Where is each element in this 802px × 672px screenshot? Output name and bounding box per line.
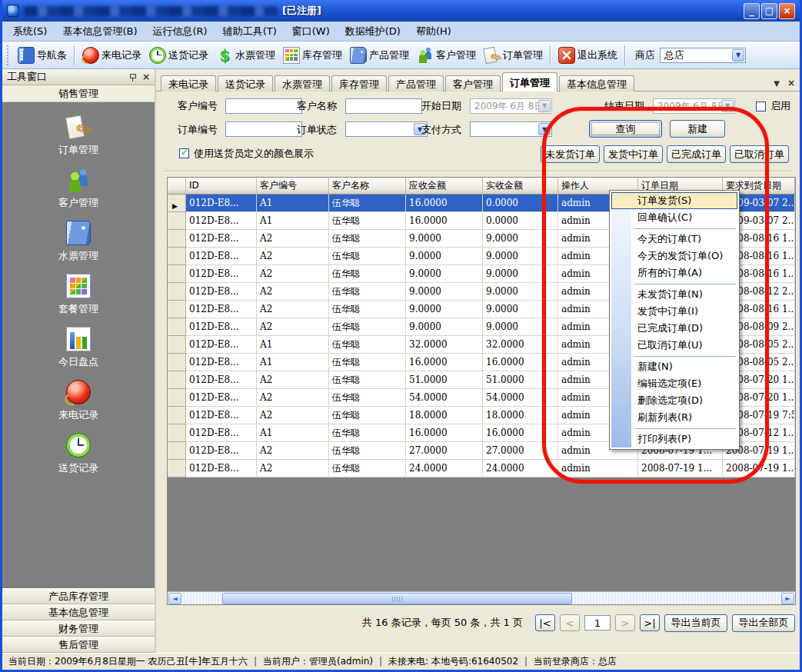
first-page-button[interactable]: |<: [535, 614, 555, 631]
row-selector-cell[interactable]: [168, 195, 186, 212]
sidebar-nav-item[interactable]: 来电记录: [58, 380, 98, 422]
row-selector-cell[interactable]: [168, 354, 186, 371]
document-tab[interactable]: 送货记录: [218, 75, 273, 91]
tab-list-dropdown-icon[interactable]: ▼: [774, 79, 780, 88]
row-selector-cell[interactable]: [168, 230, 186, 248]
row-selector-cell[interactable]: [168, 460, 186, 477]
context-menu-item[interactable]: 未发货订单(N): [611, 286, 737, 303]
delivery-color-checkbox[interactable]: [179, 148, 189, 158]
row-selector-cell[interactable]: [168, 371, 186, 389]
order-status-filter-button[interactable]: 已完成订单: [667, 145, 726, 163]
sidebar-active-section-header[interactable]: 销售管理: [2, 85, 155, 102]
toolbar-button[interactable]: 来电记录: [78, 45, 145, 65]
close-tab-icon[interactable]: ×: [787, 78, 795, 88]
sidebar-nav-item[interactable]: 客户管理: [58, 168, 98, 210]
pin-icon[interactable]: [129, 73, 136, 82]
scrollbar-track[interactable]: [182, 593, 780, 604]
order-status-filter-button[interactable]: 未发货订单: [541, 145, 600, 163]
context-menu-item[interactable]: 删除选定项(D): [611, 392, 737, 409]
document-tab[interactable]: 水票管理: [275, 75, 330, 91]
sidebar-section-header[interactable]: 基本信息管理: [2, 604, 155, 620]
new-button[interactable]: 新建: [670, 120, 725, 138]
scroll-left-icon[interactable]: ◄: [168, 593, 181, 604]
menu-bar-item[interactable]: 运行信息(R): [145, 22, 215, 41]
order-status-combobox[interactable]: ▼: [345, 121, 428, 137]
export-all-pages-button[interactable]: 导出全部页: [732, 614, 795, 632]
row-selector-cell[interactable]: [168, 318, 186, 336]
sidebar-nav-item[interactable]: 今日盘点: [58, 327, 98, 369]
sidebar-section-header[interactable]: 产品库存管理: [2, 588, 155, 604]
document-tab[interactable]: 库存管理: [331, 75, 387, 91]
horizontal-scrollbar[interactable]: ◄ ►: [168, 591, 795, 604]
context-menu-item[interactable]: 回单确认(C): [611, 209, 737, 226]
shop-combobox[interactable]: 总店 ▼: [660, 48, 746, 63]
table-column-header[interactable]: 客户名称: [329, 178, 406, 195]
scrollbar-thumb[interactable]: [222, 593, 572, 604]
chevron-down-icon[interactable]: ▼: [732, 49, 744, 62]
toolbar-button[interactable]: 客户管理: [413, 45, 480, 65]
context-menu-item[interactable]: 已取消订单(U): [611, 337, 737, 354]
table-column-header[interactable]: ID: [186, 178, 257, 195]
context-menu-item[interactable]: 刷新列表(R): [611, 409, 737, 426]
close-button[interactable]: ×: [779, 3, 795, 19]
context-menu-item[interactable]: 打印列表(P): [611, 431, 737, 447]
document-tab[interactable]: 基本信息管理: [559, 75, 634, 91]
context-menu-item[interactable]: 今天的发货订单(O): [611, 248, 737, 264]
document-tab[interactable]: 订单管理: [502, 72, 557, 91]
menu-bar-item[interactable]: 帮助(H): [408, 22, 459, 41]
order-no-input[interactable]: [225, 121, 302, 137]
row-selector-cell[interactable]: [168, 407, 186, 424]
customer-no-input[interactable]: [225, 98, 302, 114]
table-column-header[interactable]: 实收金额: [483, 178, 558, 195]
toolbar-button[interactable]: 导航条: [14, 45, 71, 65]
toolbar-button[interactable]: 订单管理: [480, 45, 547, 65]
enable-date-checkbox[interactable]: [756, 101, 766, 111]
menu-bar-item[interactable]: 数据维护(D): [338, 22, 408, 41]
row-selector-cell[interactable]: [168, 336, 186, 354]
close-icon[interactable]: ×: [142, 72, 150, 82]
export-current-page-button[interactable]: 导出当前页: [664, 614, 727, 632]
sidebar-nav-item[interactable]: 送货记录: [58, 433, 98, 475]
context-menu-item[interactable]: 已完成订单(D): [611, 320, 737, 337]
title-bar[interactable]: [已注册] _ □ ×: [2, 0, 800, 22]
row-selector-cell[interactable]: [168, 442, 186, 460]
document-tab[interactable]: 产品管理: [388, 75, 444, 91]
row-selector-cell[interactable]: [168, 389, 186, 407]
table-row[interactable]: 012D-E8... A2 伍华聪 24.0000 24.0000 admin …: [168, 460, 795, 477]
sidebar-nav-item[interactable]: 订单管理: [58, 115, 98, 157]
payment-method-combobox[interactable]: ▼: [470, 121, 552, 137]
sidebar-section-header[interactable]: 售后管理: [2, 637, 155, 653]
sidebar-nav-item[interactable]: 水票管理: [58, 221, 98, 263]
scroll-right-icon[interactable]: ►: [781, 593, 794, 604]
chevron-down-icon[interactable]: ▼: [538, 123, 551, 135]
context-menu-item[interactable]: 发货中订单(I): [611, 303, 737, 320]
minimize-button[interactable]: _: [744, 3, 760, 19]
table-column-header[interactable]: 应收金额: [406, 178, 483, 195]
toolbar-grip[interactable]: [7, 45, 10, 65]
query-button[interactable]: 查询: [589, 120, 662, 138]
context-menu-item[interactable]: 新建(N): [611, 358, 737, 375]
menu-bar-item[interactable]: 系统(S): [5, 22, 55, 41]
maximize-button[interactable]: □: [761, 3, 777, 19]
prev-page-button[interactable]: <: [560, 614, 580, 631]
context-menu-item[interactable]: 编辑选定项(E): [611, 375, 737, 392]
last-page-button[interactable]: >|: [640, 614, 660, 631]
page-number-input[interactable]: 1: [584, 615, 611, 630]
context-menu-item[interactable]: 所有的订单(A): [611, 264, 737, 281]
toolbar-button[interactable]: 送货记录: [145, 45, 212, 65]
sidebar-section-header[interactable]: 财务管理: [2, 620, 155, 637]
context-menu-item[interactable]: 订单发货(S): [611, 192, 737, 209]
table-column-header[interactable]: 客户编号: [257, 178, 329, 195]
order-status-filter-button[interactable]: 已取消订单: [730, 145, 789, 163]
next-page-button[interactable]: >: [615, 614, 635, 631]
row-selector-cell[interactable]: [168, 283, 186, 301]
menu-bar-item[interactable]: 基本信息管理(B): [55, 22, 145, 41]
menu-bar-item[interactable]: 辅助工具(T): [215, 22, 285, 41]
row-selector-cell[interactable]: [168, 248, 186, 265]
row-selector-cell[interactable]: [168, 424, 186, 442]
toolbar-button[interactable]: 产品管理: [346, 45, 413, 65]
row-selector-cell[interactable]: [168, 212, 186, 230]
customer-name-input[interactable]: [345, 98, 422, 114]
document-tab[interactable]: 客户管理: [445, 75, 501, 91]
document-tab[interactable]: 来电记录: [161, 75, 216, 91]
